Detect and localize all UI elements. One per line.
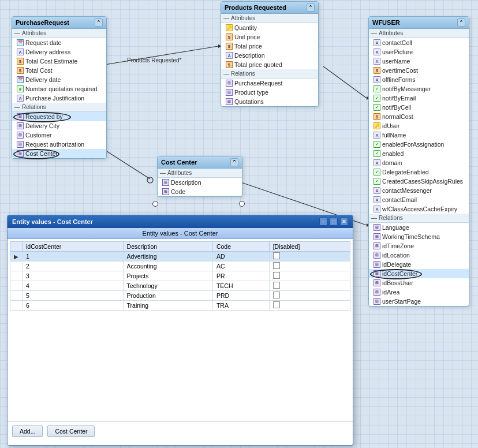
svg-line-0 <box>94 46 218 66</box>
grid-icon9: ⊞ <box>374 224 380 231</box>
cost-center-header[interactable]: Cost Center ⌃ <box>158 156 242 169</box>
cost-center-button[interactable]: Cost Center <box>47 425 95 437</box>
attr-request-date: 📅 Request date <box>12 38 106 47</box>
grid-icon7: ⊞ <box>226 89 233 96</box>
grid-icon3: ⊞ <box>17 132 24 139</box>
attr-num-quotations: # Number quotatios required <box>12 84 106 94</box>
col-id: idCostCenter <box>23 242 124 252</box>
grid-icon18: ⊞ <box>162 179 169 186</box>
check-icon: ✓ <box>374 85 380 92</box>
attr-description: A Description <box>221 51 318 60</box>
wf-rel-idtimezone[interactable]: ⊞ idTimeZone <box>369 241 469 251</box>
attr-quantity: 🔑 Quantity <box>221 23 318 32</box>
cell-code: TECH <box>212 281 269 291</box>
grid-icon14: ⊞ <box>374 270 380 277</box>
check-icon2: ✓ <box>374 95 380 102</box>
text-icon: A <box>17 48 24 55</box>
cell-disabled <box>269 281 350 291</box>
wf-rel-workingtimeschema[interactable]: ⊞ WorkingTimeSchema <box>369 232 469 241</box>
wf-rel-idcostcenter[interactable]: ⊞ idCostCenter <box>369 269 469 278</box>
wf-attr-userpicture: A userPicture <box>369 47 469 57</box>
wf-attr-normalcost: $ normalCost <box>369 112 469 121</box>
add-button[interactable]: Add... <box>12 425 43 437</box>
attr-total-price-quoted: $ Total price quoted <box>221 60 318 69</box>
wf-rel-iddelegate[interactable]: ⊞ idDelegate <box>369 260 469 269</box>
wf-rel-idbossuser[interactable]: ⊞ idBossUser <box>369 278 469 288</box>
col-arrow <box>10 242 23 252</box>
cell-disabled <box>269 291 350 301</box>
cost-center-entity: Cost Center ⌃ —Attributes ⊞ Description … <box>157 156 242 197</box>
table-row[interactable]: 3 Projects PR <box>10 271 350 281</box>
maximize-button[interactable]: □ <box>330 218 338 226</box>
cell-code: PR <box>212 271 269 281</box>
money-icon4: $ <box>226 43 233 50</box>
row-selector <box>10 271 23 281</box>
products-requested-collapse[interactable]: ⌃ <box>307 3 315 12</box>
date-icon: 📅 <box>17 39 24 46</box>
row-selector <box>10 291 23 301</box>
close-button[interactable]: ✕ <box>340 218 348 226</box>
text-icon2: A <box>17 95 24 102</box>
rel-customer[interactable]: ⊞ Customer <box>12 130 106 140</box>
attr-delivery-date: 📅 Delivery date <box>12 75 106 84</box>
grid-icon15: ⊞ <box>374 279 380 286</box>
cell-id: 4 <box>23 281 124 291</box>
cell-description: Training <box>123 301 212 311</box>
wf-rel-language[interactable]: ⊞ Language <box>369 223 469 232</box>
entity-values-dialog: Entity values - Cost Center – □ ✕ Entity… <box>7 215 353 446</box>
entity-values-table: idCostCenter Description Code [Disabled]… <box>10 241 350 311</box>
check-icon6: ✓ <box>374 169 380 176</box>
cell-description: Production <box>123 291 212 301</box>
wf-attr-createdcases: ✓ CreatedCasesSkipAssigRules <box>369 177 469 186</box>
rel-requested-by[interactable]: ⊞ Requested by <box>12 112 106 121</box>
minimize-button[interactable]: – <box>319 218 327 226</box>
grid-icon12: ⊞ <box>374 252 380 259</box>
svg-point-4 <box>147 177 153 183</box>
rel-cost-center[interactable]: ⊞ Cost Center <box>12 149 106 158</box>
wf-rel-idarea[interactable]: ⊞ idArea <box>369 288 469 297</box>
dialog-title: Entity values - Cost Center <box>12 218 93 225</box>
text-icon7: A <box>374 76 380 83</box>
cell-disabled <box>269 271 350 281</box>
wf-attr-enabledforassignation: ✓ enabledForAssignation <box>369 140 469 149</box>
wf-attr-fullname: A fullName <box>369 130 469 140</box>
table-row[interactable]: ▶ 1 Advertising AD <box>10 252 350 262</box>
wf-attr-notifbymessenger: ✓ notifByMessenger <box>369 84 469 94</box>
dialog-title-buttons: – □ ✕ <box>319 218 348 226</box>
table-row[interactable]: 4 Technology TECH <box>10 281 350 291</box>
dialog-inner-header: Entity values - Cost Center <box>8 228 353 239</box>
cell-disabled <box>269 301 350 311</box>
grid-icon11: ⊞ <box>374 242 380 249</box>
rel-purchase-request[interactable]: ⊞ PurchaseRequest <box>221 79 318 88</box>
products-requested-header[interactable]: Products Requested ⌃ <box>221 2 318 14</box>
check-icon5: ✓ <box>374 150 380 157</box>
table-row[interactable]: 2 Accounting AC <box>10 262 350 271</box>
rel-delivery-city[interactable]: ⊞ Delivery City <box>12 121 106 130</box>
table-row[interactable]: 5 Production PRD <box>10 291 350 301</box>
purchase-request-header[interactable]: PurchaseRequest ⌃ <box>12 17 106 29</box>
rel-product-type[interactable]: ⊞ Product type <box>221 88 318 97</box>
purchase-request-collapse[interactable]: ⌃ <box>95 18 103 27</box>
text-icon10: A <box>374 187 380 194</box>
products-requested-entity: Products Requested ⌃ —Attributes 🔑 Quant… <box>221 1 319 107</box>
wfuser-collapse[interactable]: ⌃ <box>457 18 465 27</box>
col-disabled: [Disabled] <box>269 242 350 252</box>
wfuser-entity: WFUSER ⌃ —Attributes A contactCell A use… <box>368 16 469 307</box>
wfuser-header[interactable]: WFUSER ⌃ <box>369 17 469 29</box>
wf-rel-idlocation[interactable]: ⊞ idLocation <box>369 251 469 260</box>
rel-quotations[interactable]: ⊞ Quotations <box>221 97 318 106</box>
cost-center-collapse[interactable]: ⌃ <box>230 158 238 166</box>
cell-id: 6 <box>23 301 124 311</box>
grid-icon13: ⊞ <box>374 261 380 268</box>
dialog-footer: Add... Cost Center <box>8 421 353 440</box>
rel-request-authorization[interactable]: ⊞ Request authorization <box>12 140 106 149</box>
attr-delivery-address: A Delivery address <box>12 47 106 57</box>
svg-text:Products Requested*: Products Requested* <box>127 57 182 64</box>
table-row[interactable]: 6 Training TRA <box>10 301 350 311</box>
wf-rel-userstartpage[interactable]: ⊞ userStartPage <box>369 297 469 306</box>
cell-id: 1 <box>23 252 124 262</box>
cell-code: AC <box>212 262 269 271</box>
date-icon2: 📅 <box>17 76 24 83</box>
cell-description: Advertising <box>123 252 212 262</box>
grid-icon16: ⊞ <box>374 289 380 296</box>
